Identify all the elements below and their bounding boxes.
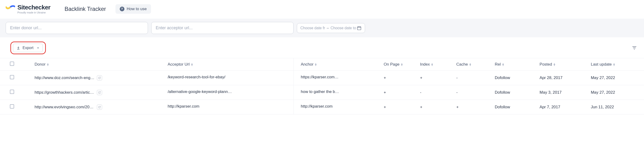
filter-icon[interactable] xyxy=(632,45,637,50)
date-to-label: Choose date to xyxy=(330,26,356,30)
external-link-icon[interactable] xyxy=(97,90,102,95)
table-header-row: Donor▲▼ Acceptor Url▲▼ Anchor▲▼ On Page▲… xyxy=(0,58,644,70)
index-value: + xyxy=(418,70,454,85)
download-icon xyxy=(16,46,20,50)
col-index[interactable]: Index▲▼ xyxy=(418,58,454,70)
filter-panel: Choose date fr – Choose date to xyxy=(0,19,644,37)
acceptor-url[interactable]: http://kparser.com xyxy=(168,104,200,109)
logo[interactable]: Sitechecker Proudly made in Ukraine xyxy=(6,4,50,14)
top-bar: Sitechecker Proudly made in Ukraine Back… xyxy=(0,0,644,19)
backlinks-table: Donor▲▼ Acceptor Url▲▼ Anchor▲▼ On Page▲… xyxy=(0,58,644,114)
external-link-icon[interactable] xyxy=(97,75,102,80)
rel-value: Dofollow xyxy=(492,85,537,100)
rel-value: Dofollow xyxy=(492,100,537,114)
cache-value: + xyxy=(454,100,492,114)
sort-icon: ▲▼ xyxy=(400,63,403,66)
sort-icon: ▲▼ xyxy=(431,63,434,66)
brand-tagline: Proudly made in Ukraine xyxy=(18,11,50,14)
export-highlight: Export ▼ xyxy=(10,42,46,54)
table-row: https://growthhackers.com/articles/... /… xyxy=(0,85,644,100)
select-all-checkbox[interactable] xyxy=(10,62,14,66)
donor-url[interactable]: http://www.doz.com/search-engine... xyxy=(34,75,94,80)
col-posted[interactable]: Posted▲▼ xyxy=(537,58,588,70)
table-row: http://www.evolvingseo.com/2013/0... htt… xyxy=(0,100,644,114)
donor-url-input[interactable] xyxy=(6,22,148,34)
table-toolbar: Export ▼ xyxy=(0,37,644,58)
donor-url[interactable]: https://growthhackers.com/articles/... xyxy=(34,90,94,95)
anchor-text: https://kparser.com/k... xyxy=(301,75,340,79)
sort-icon: ▲▼ xyxy=(553,63,556,66)
col-last-update[interactable]: Last update▲▼ xyxy=(588,58,644,70)
row-checkbox[interactable] xyxy=(10,90,14,94)
sort-icon: ▲▼ xyxy=(469,63,472,66)
sort-icon: ▲▼ xyxy=(613,63,616,66)
col-on-page[interactable]: On Page▲▼ xyxy=(381,58,418,70)
rel-value: Dofollow xyxy=(492,70,537,85)
cache-value: - xyxy=(454,85,492,100)
anchor-text: http://kparser.com xyxy=(301,104,332,109)
export-label: Export xyxy=(22,46,34,50)
acceptor-url[interactable]: /alternative-google-keyword-planner/... xyxy=(168,90,234,94)
col-donor[interactable]: Donor▲▼ xyxy=(30,58,165,70)
index-value: + xyxy=(418,100,454,114)
sort-icon: ▲▼ xyxy=(314,63,317,66)
external-link-icon[interactable] xyxy=(97,105,102,110)
table-row: http://www.doz.com/search-engine... /key… xyxy=(0,70,644,85)
row-checkbox[interactable] xyxy=(10,75,14,79)
date-from-label: Choose date fr xyxy=(300,26,325,30)
col-cache[interactable]: Cache▲▼ xyxy=(454,58,492,70)
col-acceptor[interactable]: Acceptor Url▲▼ xyxy=(165,58,294,70)
anchor-text: how to gather the be... xyxy=(301,90,340,94)
last-update-value: May 27, 2022 xyxy=(588,85,644,100)
col-rel[interactable]: Rel▲▼ xyxy=(492,58,537,70)
chevron-down-icon: ▼ xyxy=(37,46,39,49)
last-update-value: Jun 11, 2022 xyxy=(588,100,644,114)
donor-url[interactable]: http://www.evolvingseo.com/2013/0... xyxy=(34,105,94,110)
col-anchor[interactable]: Anchor▲▼ xyxy=(294,58,381,70)
question-icon: ? xyxy=(120,7,124,11)
posted-value: May 3, 2017 xyxy=(537,85,588,100)
how-to-use-button[interactable]: ? How to use xyxy=(116,4,151,14)
on-page-value: + xyxy=(381,70,418,85)
last-update-value: May 27, 2022 xyxy=(588,70,644,85)
sort-icon: ▲▼ xyxy=(502,63,504,66)
posted-value: Apr 28, 2017 xyxy=(537,70,588,85)
on-page-value: + xyxy=(381,85,418,100)
cache-value: - xyxy=(454,70,492,85)
sort-icon: ▲▼ xyxy=(46,63,49,66)
posted-value: Apr 7, 2017 xyxy=(537,100,588,114)
index-value: - xyxy=(418,85,454,100)
date-separator: – xyxy=(327,26,329,30)
brand-name: Sitechecker xyxy=(18,4,50,11)
date-range-picker[interactable]: Choose date fr – Choose date to xyxy=(297,23,365,33)
row-checkbox[interactable] xyxy=(10,104,14,109)
svg-rect-0 xyxy=(358,27,361,30)
export-button[interactable]: Export ▼ xyxy=(13,44,43,52)
logo-icon xyxy=(6,4,15,11)
sort-icon: ▲▼ xyxy=(190,63,193,66)
calendar-icon xyxy=(357,26,362,30)
on-page-value: + xyxy=(381,100,418,114)
acceptor-url-input[interactable] xyxy=(151,22,294,34)
how-to-use-label: How to use xyxy=(127,7,147,11)
acceptor-url[interactable]: /keyword-research-tool-for-ebay/ xyxy=(168,75,226,79)
page-title: Backlink Tracker xyxy=(64,6,106,12)
